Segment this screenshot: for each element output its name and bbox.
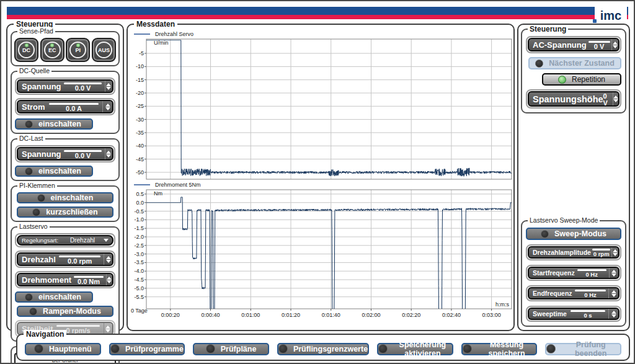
lastservo-einschalten-button[interactable]: einschalten xyxy=(15,291,93,303)
pruefplaene-button[interactable]: Prüfpläne xyxy=(193,343,269,355)
sense-dc-button[interactable]: DC xyxy=(14,38,38,62)
sense-dc-label: DC xyxy=(22,47,30,53)
einschalten-label: einschalten xyxy=(38,167,81,175)
sweeptime-label: Sweeptime xyxy=(529,310,567,317)
pruefingsgrenzwerte-button[interactable]: Prüflingsgrenzwerte xyxy=(277,343,369,355)
spinner-arrows-icon[interactable] xyxy=(105,81,112,92)
ac-spannung-value: 0 V xyxy=(594,43,605,50)
led-indicator xyxy=(25,293,33,301)
svg-text:-45: -45 xyxy=(136,156,144,162)
svg-text:0:02:20: 0:02:20 xyxy=(402,312,420,318)
ac-spannung-spinner[interactable]: AC-Spannung 0 V xyxy=(528,38,619,51)
spinner-arrows-icon[interactable] xyxy=(611,247,618,257)
right-control-panel: Steuerung AC-Spannung 0 V Nächster Zusta… xyxy=(517,24,630,331)
rampen-modus-button[interactable]: Rampen-Modus xyxy=(17,306,113,317)
legend-line-icon xyxy=(134,184,150,185)
led-indicator xyxy=(34,344,43,353)
svg-text:0:01:40: 0:01:40 xyxy=(322,312,340,318)
svg-text:-5.0: -5.0 xyxy=(134,285,144,291)
pruefprogramme-label: Prüfprogramme xyxy=(125,345,184,353)
sense-ec-button[interactable]: EC xyxy=(40,38,64,62)
drehzahl-value: 0.0 rpm xyxy=(68,258,92,265)
brand-stripe-blue xyxy=(7,7,628,15)
spinner-arrows-icon[interactable] xyxy=(609,268,618,278)
legend-label: Drehmoment 5Nm xyxy=(155,182,201,188)
naechster-zustand-button: Nächster Zustand xyxy=(528,57,621,69)
pruefplaene-label: Prüfpläne xyxy=(221,345,257,353)
svg-text:-5: -5 xyxy=(139,50,144,56)
sense-pi-button[interactable]: PI xyxy=(66,38,90,62)
dc-quelle-einschalten-button[interactable]: einschalten xyxy=(15,118,93,130)
drehzahl-label: Drehzahl xyxy=(18,255,56,264)
led-indicator xyxy=(25,120,33,128)
messung-speichern-label: Messung speichern xyxy=(477,340,536,358)
svg-text:-25: -25 xyxy=(136,103,144,109)
pruefung-beenden-button: Prüfung beenden xyxy=(545,343,621,355)
svg-text:U/min: U/min xyxy=(154,40,169,46)
drehmoment-chart: 0.50.0-0.5-1.0-1.5-2.0-2.5-3.0-3.5-4.0-4… xyxy=(130,189,513,324)
spannung-label: Spannung xyxy=(18,149,61,159)
svg-text:Nm: Nm xyxy=(154,190,162,197)
sweep-mode-group: Lastservo Sweep-Mode Sweep-Modus Drehzah… xyxy=(521,220,626,327)
drehzahl-spinner[interactable]: Drehzahl 0.0 rpm xyxy=(17,252,113,266)
drehzahlamplitude-spinner[interactable]: Drehzahlamplitude 0 rpm xyxy=(528,246,619,259)
sweeptime-value: 0 s xyxy=(584,313,592,319)
dc-last-spannung-spinner[interactable]: Spannung 0.0 V xyxy=(17,147,113,161)
led-indicator xyxy=(278,344,288,353)
pi-kurzschliessen-button[interactable]: kurzschließen xyxy=(17,206,113,218)
spinner-arrows-icon[interactable] xyxy=(104,254,112,265)
svg-text:-50: -50 xyxy=(136,169,144,175)
spinner-arrows-icon[interactable] xyxy=(611,39,618,50)
dc-quelle-strom-spinner[interactable]: Strom 0.0 A xyxy=(17,100,113,113)
messung-speichern-button[interactable]: Messung speichern xyxy=(461,343,538,355)
startfrequenz-spinner[interactable]: Startfrequenz 0 Hz xyxy=(528,267,619,279)
svg-text:-0.5: -0.5 xyxy=(134,208,144,215)
spannung-label: Spannung xyxy=(18,82,61,91)
einschalten-label: einschalten xyxy=(51,193,94,202)
spinner-arrows-icon xyxy=(104,323,112,334)
sweeptime-spinner[interactable]: Sweeptime 0 s xyxy=(528,308,619,320)
imc-logo: imc xyxy=(595,3,627,22)
spinner-arrows-icon[interactable] xyxy=(608,309,618,319)
spinner-arrows-icon[interactable] xyxy=(608,288,618,298)
dc-last-einschalten-button[interactable]: einschalten xyxy=(15,166,93,177)
repetition-button[interactable]: Repetition xyxy=(542,73,621,86)
dc-quelle-spannung-spinner[interactable]: Spannung 0.0 V xyxy=(17,79,113,93)
regelungsart-label: Regelungsart: xyxy=(22,237,58,244)
spannungshoehe-spinner[interactable]: Spannungshöhe 0 V xyxy=(528,91,619,107)
endfrequenz-spinner[interactable]: Endfrequenz 0 Hz xyxy=(528,287,619,300)
led-indicator xyxy=(546,344,556,353)
sense-aus-button[interactable]: AUS xyxy=(92,38,116,62)
svg-text:0:02:40: 0:02:40 xyxy=(442,312,461,318)
dc-last-group: DC-Last Spannung 0.0 V einschalten xyxy=(11,138,120,181)
pruefprogramme-button[interactable]: Prüfprogramme xyxy=(109,343,185,355)
svg-text:-35: -35 xyxy=(136,130,144,136)
sense-aus-label: AUS xyxy=(98,47,110,53)
drehzahlamplitude-value: 0 rpm xyxy=(593,251,610,257)
hauptmenu-button[interactable]: Hauptmenü xyxy=(25,343,101,355)
drehzahl-servo-chart: -5-10-15-20-25-30-35-40-45-50U/min xyxy=(130,38,513,180)
dc-quelle-label: DC-Quelle xyxy=(17,67,51,74)
drehzahl-legend: Drehzahl Servo xyxy=(130,30,512,38)
sweep-modus-button[interactable]: Sweep-Modus xyxy=(526,228,621,240)
pruefung-beenden-label: Prüfung beenden xyxy=(561,340,620,358)
spinner-arrows-icon[interactable] xyxy=(102,101,112,112)
svg-text:0.0: 0.0 xyxy=(136,200,144,206)
speicherung-aktivieren-button[interactable]: Speicherung aktivieren xyxy=(377,343,453,355)
svg-text:h:m:s: h:m:s xyxy=(495,301,510,308)
einschalten-label: einschalten xyxy=(38,120,81,128)
sense-pi-label: PI xyxy=(76,47,81,53)
dc-led-icon xyxy=(25,43,29,47)
spinner-arrows-icon[interactable] xyxy=(105,148,112,159)
svg-text:0:01:00: 0:01:00 xyxy=(241,312,260,318)
chevron-down-icon xyxy=(104,239,109,242)
drehmoment-spinner[interactable]: Drehmoment 0.0 Nm xyxy=(17,273,113,286)
svg-text:-4.5: -4.5 xyxy=(134,277,144,283)
regelungsart-dropdown[interactable]: Regelungsart: Drehzahl xyxy=(17,235,113,246)
spannungshoehe-value: 0 V xyxy=(603,93,613,107)
drehmoment-label: Drehmoment xyxy=(18,275,71,285)
pi-klemmen-label: PI-Klemmen xyxy=(17,182,57,189)
spinner-arrows-icon[interactable] xyxy=(613,92,618,105)
spinner-arrows-icon[interactable] xyxy=(106,274,112,285)
pi-einschalten-button[interactable]: einschalten xyxy=(17,192,113,203)
